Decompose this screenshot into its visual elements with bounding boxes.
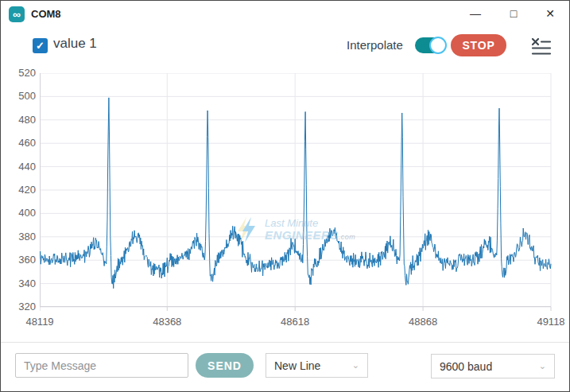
send-button[interactable]: SEND [196,353,254,378]
line-ending-select[interactable]: New Line ⌄ [266,353,368,378]
chart-canvas [40,73,552,312]
series-checkbox[interactable]: ✓ [33,38,48,53]
y-tick-label: 480 [1,114,36,126]
y-tick-label: 500 [1,90,36,103]
y-tick-label: 520 [1,67,36,80]
y-tick-label: 400 [1,207,36,219]
y-tick-label: 420 [1,184,36,196]
interpolate-toggle[interactable] [415,37,445,53]
arduino-icon: ∞ [9,6,25,22]
y-tick-label: 380 [1,231,36,243]
y-tick-label: 460 [1,137,36,149]
x-tick-label: 48119 [14,316,65,328]
clear-plot-icon[interactable] [530,37,552,60]
x-tick-label: 48618 [269,316,320,328]
chevron-down-icon: ⌄ [539,361,546,371]
y-tick-label: 440 [1,161,36,173]
serial-plotter-window: ∞ COM8 — □ ✕ ✓ value 1 Interpolate STOP … [0,0,570,392]
minimize-button[interactable]: — [462,2,489,25]
y-tick-label: 360 [1,254,36,266]
toggle-knob [429,37,447,54]
message-input[interactable] [15,353,188,378]
title-bar: ∞ COM8 — □ ✕ [1,1,569,26]
y-tick-label: 320 [1,301,36,313]
x-tick-label: 48868 [397,316,448,328]
baud-rate-select[interactable]: 9600 baud ⌄ [431,354,555,378]
maximize-button[interactable]: □ [500,2,527,25]
series-label: value 1 [53,36,97,52]
bottom-divider [1,342,569,343]
x-tick-label: 49118 [525,316,570,328]
baud-rate-value: 9600 baud [440,360,492,373]
chevron-down-icon: ⌄ [352,360,359,371]
close-button[interactable]: ✕ [537,2,564,25]
stop-button[interactable]: STOP [451,34,506,56]
line-ending-value: New Line [274,359,320,372]
y-tick-label: 340 [1,278,36,290]
interpolate-label: Interpolate [347,38,403,52]
x-tick-label: 48368 [142,316,192,328]
window-title: COM8 [31,8,61,20]
